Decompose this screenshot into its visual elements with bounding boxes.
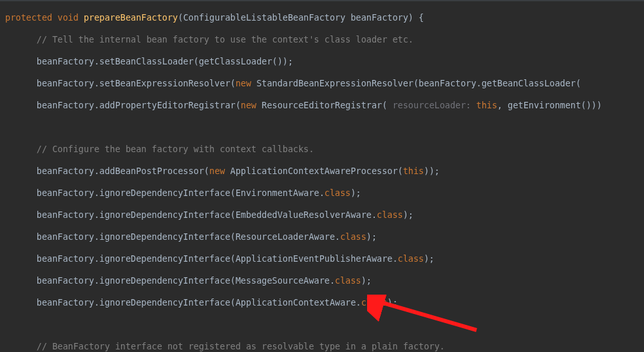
blank-line: [5, 122, 644, 133]
code-line: beanFactory.ignoreDependencyInterface(Ap…: [5, 297, 644, 308]
code-line: beanFactory.ignoreDependencyInterface(Em…: [5, 210, 644, 220]
code-line: beanFactory.setBeanExpressionResolver(ne…: [5, 78, 644, 89]
code-line: beanFactory.ignoreDependencyInterface(Ap…: [5, 253, 644, 264]
code-line: // Configure the bean factory with conte…: [5, 144, 644, 155]
code-line: // BeanFactory interface not registered …: [5, 341, 644, 352]
code-line: beanFactory.ignoreDependencyInterface(Re…: [5, 231, 644, 242]
code-line: protected void prepareBeanFactory(Config…: [5, 12, 644, 23]
stmt: beanFactory.setBeanExpressionResolver(: [37, 78, 236, 88]
params: (ConfigurableListableBeanFactory beanFac…: [178, 12, 424, 23]
code-line: // Tell the internal bean factory to use…: [5, 34, 644, 45]
modifiers: protected void: [5, 12, 79, 23]
code-line: beanFactory.addBeanPostProcessor(new App…: [5, 166, 644, 177]
method-name: prepareBeanFactory: [84, 12, 178, 23]
comment: // Tell the internal bean factory to use…: [37, 34, 413, 44]
stmt: beanFactory.setBeanClassLoader(getClassL…: [37, 56, 293, 66]
code-editor: protected void prepareBeanFactory(Config…: [0, 0, 644, 352]
inlay-hint: resourceLoader:: [387, 100, 476, 110]
code-line: beanFactory.ignoreDependencyInterface(En…: [5, 188, 644, 199]
code-line: beanFactory.setBeanClassLoader(getClassL…: [5, 56, 644, 67]
code-line: beanFactory.ignoreDependencyInterface(Me…: [5, 275, 644, 286]
blank-line: [5, 319, 644, 330]
code-line: beanFactory.addPropertyEditorRegistrar(n…: [5, 100, 644, 111]
